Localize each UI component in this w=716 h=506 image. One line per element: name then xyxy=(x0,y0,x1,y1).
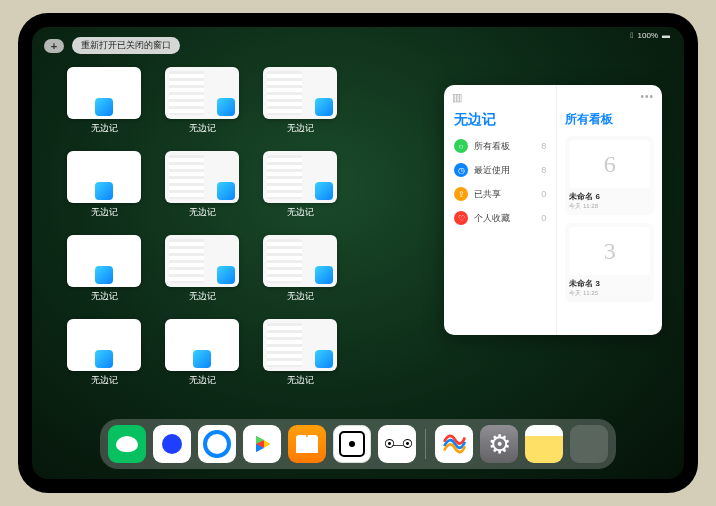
window-label: 无边记 xyxy=(287,290,314,303)
dock-app-dice[interactable] xyxy=(333,425,371,463)
window-label: 无边记 xyxy=(91,206,118,219)
new-window-button[interactable]: + xyxy=(44,39,64,53)
window-thumbnail[interactable]: 无边记 xyxy=(164,319,240,387)
window-thumbnail[interactable]: 无边记 xyxy=(66,319,142,387)
panel-sidebar: 无边记 ○ 所有看板 8◷ 最近使用 8⇪ 已共享 0♡ 个人收藏 0 xyxy=(444,85,557,335)
window-label: 无边记 xyxy=(189,206,216,219)
category-label: 个人收藏 xyxy=(474,212,510,225)
window-thumbnail[interactable]: 无边记 xyxy=(262,151,338,219)
category-row[interactable]: ♡ 个人收藏 0 xyxy=(454,211,546,225)
category-row[interactable]: ⇪ 已共享 0 xyxy=(454,187,546,201)
window-thumbnail[interactable]: 无边记 xyxy=(164,151,240,219)
category-row[interactable]: ○ 所有看板 8 xyxy=(454,139,546,153)
dock-app-freeform[interactable] xyxy=(435,425,473,463)
category-icon: ○ xyxy=(454,139,468,153)
board-thumbnail: 3 xyxy=(569,227,650,275)
window-thumbnail[interactable]: 无边记 xyxy=(262,235,338,303)
sidebar-icon[interactable]: ▥ xyxy=(452,91,462,109)
top-bar: + 重新打开已关闭的窗口 xyxy=(44,37,180,54)
board-subtitle: 今天 11:28 xyxy=(569,202,650,211)
window-thumbnail[interactable]: 无边记 xyxy=(164,235,240,303)
window-thumbnail[interactable]: 无边记 xyxy=(66,235,142,303)
dock-app-notes[interactable] xyxy=(525,425,563,463)
dock-separator xyxy=(425,429,426,459)
more-icon[interactable]: ••• xyxy=(640,91,654,109)
category-label: 已共享 xyxy=(474,188,501,201)
category-icon: ◷ xyxy=(454,163,468,177)
category-icon: ♡ xyxy=(454,211,468,225)
board-item[interactable]: 6 未命名 6 今天 11:28 xyxy=(565,136,654,215)
wifi-icon: 􀙇 xyxy=(631,31,634,40)
window-label: 无边记 xyxy=(189,290,216,303)
board-thumbnail: 6 xyxy=(569,140,650,188)
board-item[interactable]: 3 未命名 3 今天 11:25 xyxy=(565,223,654,302)
window-label: 无边记 xyxy=(287,122,314,135)
dock-app-play[interactable] xyxy=(243,425,281,463)
window-thumbnail[interactable]: 无边记 xyxy=(164,67,240,135)
category-row[interactable]: ◷ 最近使用 8 xyxy=(454,163,546,177)
board-title: 未命名 3 xyxy=(569,278,650,289)
dock-app-qqbrowser[interactable] xyxy=(198,425,236,463)
battery-label: 100% xyxy=(638,31,658,40)
window-label: 无边记 xyxy=(91,290,118,303)
screen: 􀙇 100% ▬ + 重新打开已关闭的窗口 无边记无边记无边记无边记无边记无边记… xyxy=(32,27,684,479)
category-icon: ⇪ xyxy=(454,187,468,201)
panel-section-title: 所有看板 xyxy=(565,111,654,128)
window-label: 无边记 xyxy=(189,122,216,135)
window-label: 无边记 xyxy=(91,374,118,387)
dock xyxy=(100,419,616,469)
dock-app-library[interactable] xyxy=(570,425,608,463)
dock-app-settings[interactable] xyxy=(480,425,518,463)
board-title: 未命名 6 xyxy=(569,191,650,202)
svg-marker-3 xyxy=(264,440,270,448)
status-bar: 􀙇 100% ▬ xyxy=(631,31,670,40)
window-thumbnail[interactable]: 无边记 xyxy=(262,67,338,135)
category-count: 0 xyxy=(541,213,546,223)
window-thumbnail[interactable]: 无边记 xyxy=(262,319,338,387)
window-label: 无边记 xyxy=(287,206,314,219)
window-grid: 无边记无边记无边记无边记无边记无边记无边记无边记无边记无边记无边记无边记 xyxy=(66,67,436,387)
reopen-closed-window-button[interactable]: 重新打开已关闭的窗口 xyxy=(72,37,180,54)
panel-content: 所有看板 6 未命名 6 今天 11:283 未命名 3 今天 11:25 xyxy=(557,85,662,335)
dock-app-quark[interactable] xyxy=(153,425,191,463)
category-label: 最近使用 xyxy=(474,164,510,177)
dock-app-books[interactable] xyxy=(288,425,326,463)
category-count: 8 xyxy=(541,141,546,151)
category-count: 8 xyxy=(541,165,546,175)
board-subtitle: 今天 11:25 xyxy=(569,289,650,298)
category-label: 所有看板 xyxy=(474,140,510,153)
category-count: 0 xyxy=(541,189,546,199)
dock-app-wechat[interactable] xyxy=(108,425,146,463)
dock-app-connect[interactable] xyxy=(378,425,416,463)
window-thumbnail[interactable]: 无边记 xyxy=(66,151,142,219)
window-thumbnail[interactable]: 无边记 xyxy=(66,67,142,135)
ipad-frame: 􀙇 100% ▬ + 重新打开已关闭的窗口 无边记无边记无边记无边记无边记无边记… xyxy=(18,13,698,493)
battery-icon: ▬ xyxy=(662,31,670,40)
panel-title: 无边记 xyxy=(454,111,546,129)
window-label: 无边记 xyxy=(287,374,314,387)
window-label: 无边记 xyxy=(91,122,118,135)
freeform-panel[interactable]: ▥ ••• 无边记 ○ 所有看板 8◷ 最近使用 8⇪ 已共享 0♡ 个人收藏 … xyxy=(444,85,662,335)
window-label: 无边记 xyxy=(189,374,216,387)
